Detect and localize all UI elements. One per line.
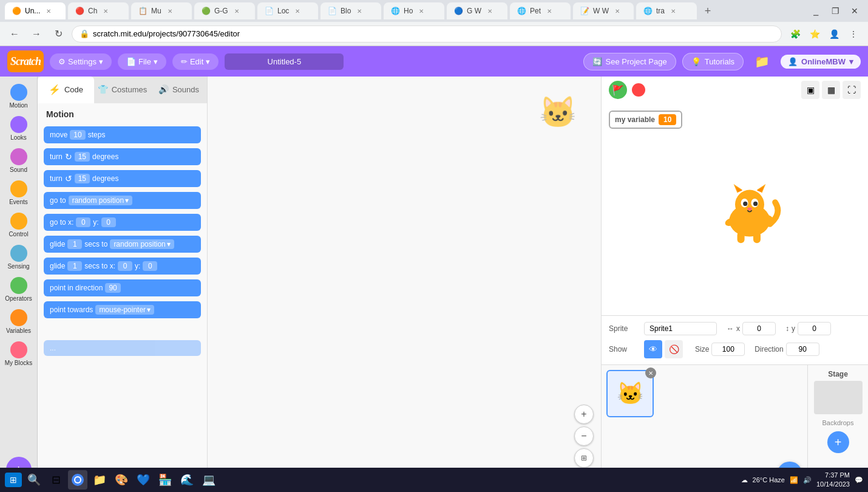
stage-thumbnail[interactable] bbox=[814, 381, 863, 414]
tab-ho[interactable]: 🌐 Ho ✕ bbox=[384, 2, 444, 19]
tab-ch[interactable]: 🔴 Ch ✕ bbox=[68, 2, 129, 19]
active-tab[interactable]: 🟠 Un... ✕ bbox=[5, 2, 66, 19]
zoom-out-btn[interactable]: − bbox=[574, 426, 594, 446]
stop-btn[interactable] bbox=[632, 83, 645, 97]
taskbar-canva[interactable]: 🎨 bbox=[112, 470, 131, 490]
direction-input[interactable] bbox=[786, 343, 819, 356]
tab-close-btn[interactable]: ✕ bbox=[103, 8, 108, 15]
minimize-btn[interactable]: ⎯ bbox=[807, 2, 824, 19]
new-tab-btn[interactable]: + bbox=[699, 2, 716, 19]
taskbar-explorer[interactable]: 📁 bbox=[90, 470, 109, 490]
sprite-name-input[interactable] bbox=[644, 322, 717, 335]
size-input[interactable] bbox=[711, 343, 745, 356]
y-input[interactable] bbox=[798, 322, 831, 335]
zoom-fit-btn[interactable]: ⊞ bbox=[574, 448, 594, 468]
taskbar-vscode2[interactable]: 💻 bbox=[199, 470, 219, 490]
normal-stage-btn[interactable]: ▦ bbox=[822, 81, 840, 99]
show-hidden-btn[interactable]: 🚫 bbox=[665, 340, 683, 358]
fullscreen-btn[interactable]: ⛶ bbox=[843, 81, 861, 99]
tab-close-btn[interactable]: ✕ bbox=[357, 8, 362, 15]
menu-icon[interactable]: ⋮ bbox=[845, 26, 862, 43]
green-flag-btn[interactable]: 🚩 bbox=[609, 81, 627, 99]
show-visible-btn[interactable]: 👁 bbox=[644, 340, 662, 358]
taskbar-edge[interactable]: 🌊 bbox=[177, 470, 197, 490]
tab-close-btn[interactable]: ✕ bbox=[234, 8, 239, 15]
tab-g[interactable]: 🟢 G-G ✕ bbox=[194, 2, 255, 19]
reload-btn[interactable]: ↻ bbox=[50, 26, 67, 43]
category-myblocks[interactable]: My Blocks bbox=[1, 339, 36, 369]
zoom-in-btn[interactable]: + bbox=[574, 405, 594, 424]
stage-canvas[interactable]: my variable 10 bbox=[602, 103, 868, 316]
tab-close-btn[interactable]: ✕ bbox=[487, 8, 492, 15]
block-goto[interactable]: go to random position ▾ bbox=[44, 192, 201, 209]
scratch-logo[interactable]: Scratch bbox=[7, 50, 44, 72]
user-menu-btn[interactable]: 👤 OnlineMBW ▾ bbox=[781, 55, 861, 69]
show-label: Show bbox=[609, 345, 639, 354]
tab-close-btn[interactable]: ✕ bbox=[671, 8, 676, 15]
tab-close-btn[interactable]: ✕ bbox=[615, 8, 620, 15]
block-extra[interactable]: ... bbox=[44, 340, 201, 356]
x-input[interactable] bbox=[742, 322, 776, 335]
notification-icon[interactable]: 💬 bbox=[855, 476, 863, 484]
see-project-btn[interactable]: 🔄 See Project Page bbox=[583, 53, 676, 70]
tab-ww[interactable]: 📝 W W ✕ bbox=[573, 2, 634, 19]
restore-btn[interactable]: ❐ bbox=[827, 2, 844, 19]
tab-loc[interactable]: 📄 Loc ✕ bbox=[257, 2, 318, 19]
sprite-thumb-1[interactable]: 🐱 ✕ bbox=[606, 370, 654, 417]
block-turn-left[interactable]: turn ↺ 15 degrees bbox=[44, 170, 201, 187]
project-title-input[interactable] bbox=[225, 53, 344, 70]
category-motion[interactable]: Motion bbox=[1, 81, 36, 111]
category-variables[interactable]: Variables bbox=[1, 307, 36, 337]
small-stage-btn[interactable]: ▣ bbox=[801, 81, 819, 99]
taskbar-store[interactable]: 🏪 bbox=[155, 470, 175, 490]
tab-close-btn[interactable]: ✕ bbox=[547, 8, 552, 15]
taskbar-clock[interactable]: 7:37 PM 10/14/2023 bbox=[816, 471, 850, 490]
file-btn[interactable]: 📄 File ▾ bbox=[118, 53, 166, 70]
block-move[interactable]: move 10 steps bbox=[44, 126, 201, 143]
tab-gw[interactable]: 🔵 G W ✕ bbox=[447, 2, 507, 19]
category-operators[interactable]: Operators bbox=[1, 275, 36, 304]
extensions-icon[interactable]: 🧩 bbox=[787, 26, 804, 43]
block-glide-xy[interactable]: glide 1 secs to x: 0 y: 0 bbox=[44, 258, 201, 275]
bookmark-icon[interactable]: ⭐ bbox=[806, 26, 823, 43]
tab-sounds[interactable]: 🔊 Sounds bbox=[151, 77, 207, 103]
sprite-delete-btn[interactable]: ✕ bbox=[645, 367, 656, 378]
tab-code[interactable]: ⚡ Code bbox=[38, 77, 94, 103]
address-bar[interactable]: 🔒 bbox=[72, 26, 782, 43]
tab-close-btn[interactable]: ✕ bbox=[419, 8, 424, 15]
taskbar-taskview[interactable]: ⊟ bbox=[46, 470, 66, 490]
block-goto-xy[interactable]: go to x: 0 y: 0 bbox=[44, 214, 201, 231]
tab-close-btn[interactable]: ✕ bbox=[295, 8, 300, 15]
category-events[interactable]: Events bbox=[1, 178, 36, 208]
tab-mu[interactable]: 📋 Mu ✕ bbox=[131, 2, 192, 19]
taskbar-chrome[interactable] bbox=[68, 470, 87, 490]
tab-pet[interactable]: 🌐 Pet ✕ bbox=[510, 2, 571, 19]
category-sound[interactable]: Sound bbox=[1, 146, 36, 176]
edit-btn[interactable]: ✏ Edit ▾ bbox=[172, 53, 219, 70]
folder-icon[interactable]: 📁 bbox=[750, 54, 775, 69]
category-control[interactable]: Control bbox=[1, 210, 36, 240]
close-btn[interactable]: ✕ bbox=[846, 2, 863, 19]
category-looks[interactable]: Looks bbox=[1, 114, 36, 143]
tutorials-btn[interactable]: 💡 Tutorials bbox=[682, 53, 744, 70]
block-point-direction[interactable]: point in direction 90 bbox=[44, 279, 201, 296]
tab-close-btn[interactable]: ✕ bbox=[46, 8, 51, 15]
url-input[interactable] bbox=[93, 29, 774, 38]
tab-close-btn[interactable]: ✕ bbox=[168, 8, 172, 15]
profile-icon[interactable]: 👤 bbox=[826, 26, 843, 43]
tab-tra[interactable]: 🌐 tra ✕ bbox=[636, 2, 697, 19]
add-backdrop-btn[interactable]: + bbox=[827, 431, 849, 453]
script-canvas[interactable]: 🐱 bbox=[208, 77, 601, 492]
forward-btn[interactable]: → bbox=[28, 26, 45, 43]
category-sensing[interactable]: Sensing bbox=[1, 242, 36, 272]
taskbar-search[interactable]: 🔍 bbox=[24, 470, 44, 490]
tab-costumes[interactable]: 👕 Costumes bbox=[94, 77, 151, 103]
tab-blo[interactable]: 📄 Blo ✕ bbox=[320, 2, 381, 19]
start-btn[interactable]: ⊞ bbox=[5, 473, 22, 487]
settings-btn[interactable]: ⚙ Settings ▾ bbox=[50, 53, 112, 70]
block-glide-random[interactable]: glide 1 secs to random position ▾ bbox=[44, 236, 201, 253]
block-point-towards[interactable]: point towards mouse-pointer ▾ bbox=[44, 301, 201, 318]
back-btn[interactable]: ← bbox=[6, 26, 23, 43]
block-turn-right[interactable]: turn ↻ 15 degrees bbox=[44, 148, 201, 165]
taskbar-vs[interactable]: 💙 bbox=[134, 470, 153, 490]
